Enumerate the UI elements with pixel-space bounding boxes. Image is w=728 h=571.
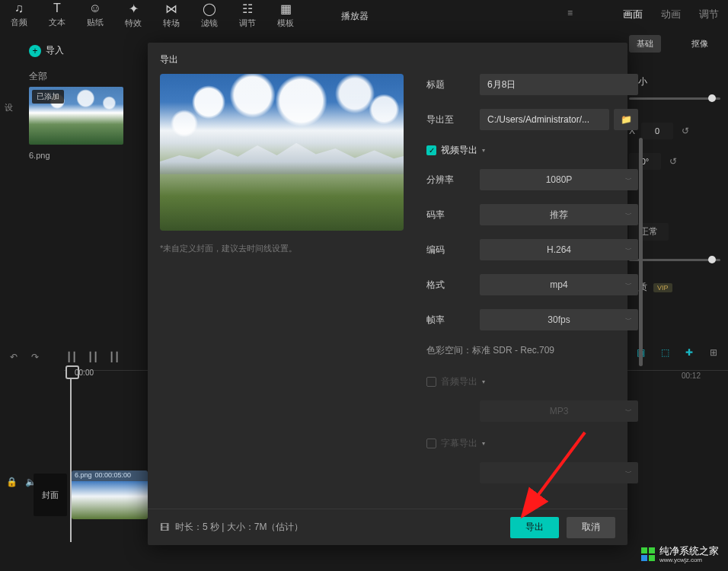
export-button[interactable]: 导出 xyxy=(510,517,559,538)
cancel-button[interactable]: 取消 xyxy=(567,517,615,538)
chevron-down-icon: ﹀ xyxy=(625,245,632,255)
toolbar-transition[interactable]: ⋈转场 xyxy=(152,2,190,27)
clip-thumbnail xyxy=(72,481,148,519)
browse-folder-button[interactable]: 📁 xyxy=(614,109,638,130)
video-clip[interactable]: 6.png 00:00:05:00 xyxy=(72,471,148,519)
codec-select[interactable]: H.264﹀ xyxy=(480,239,638,260)
sticker-icon: ☺ xyxy=(89,2,101,15)
player-header: 播放器 xyxy=(335,6,579,26)
audio-export-section[interactable]: ✓ 音频导出 ▾ xyxy=(426,375,638,388)
export-dialog: 导出 *未自定义封面，建议去时间线设置。 标题 导出至 📁 ✓ xyxy=(148,43,627,545)
chevron-down-icon: ﹀ xyxy=(625,175,632,185)
redo-icon[interactable]: ↷ xyxy=(27,352,43,362)
media-item[interactable]: 已添加 6.png xyxy=(29,87,123,160)
tool-icon[interactable]: ⬚ xyxy=(656,347,673,358)
toolbar-effects[interactable]: ✦特效 xyxy=(114,2,152,27)
library-filter-all[interactable]: 全部 xyxy=(29,70,47,83)
watermark: 纯净系统之家 www.ycwjz.com xyxy=(641,544,719,563)
checkbox-icon: ✓ xyxy=(426,377,436,387)
player-menu-icon[interactable]: ≡ xyxy=(567,8,573,18)
text-icon: T xyxy=(53,2,61,15)
side-tab-settings[interactable]: 设 xyxy=(5,102,13,113)
chevron-down-icon: ﹀ xyxy=(625,210,632,220)
split3-icon[interactable]: ┃┃ xyxy=(107,352,122,362)
vip-badge: VIP xyxy=(653,283,672,292)
undo-icon[interactable]: ↶ xyxy=(6,352,21,362)
subtab-basic[interactable]: 基础 xyxy=(629,35,661,53)
import-button[interactable]: + 导入 xyxy=(29,44,64,57)
format-select[interactable]: mp4﹀ xyxy=(480,274,638,295)
reset-icon[interactable]: ↺ xyxy=(667,156,679,167)
chevron-down-icon: ▾ xyxy=(482,147,485,154)
folder-icon: 📁 xyxy=(621,114,632,125)
scrollbar[interactable] xyxy=(639,138,643,366)
bitrate-label: 码率 xyxy=(426,209,480,222)
lock-icon[interactable]: 🔒 xyxy=(6,477,18,487)
subtab-cutout[interactable]: 抠像 xyxy=(684,35,716,53)
chevron-down-icon: ▾ xyxy=(482,378,485,385)
opacity-slider[interactable] xyxy=(629,259,720,261)
audio-export-label: 音频导出 xyxy=(441,375,477,388)
chevron-down-icon: ﹀ xyxy=(625,315,632,325)
video-export-section[interactable]: ✓ 视频导出 ▾ xyxy=(426,144,638,157)
clip-header: 6.png 00:00:05:00 xyxy=(72,471,148,481)
filter-icon: ◯ xyxy=(203,2,216,16)
resolution-select[interactable]: 1080P﹀ xyxy=(480,169,638,190)
cover-cell[interactable]: 封面 xyxy=(34,474,67,516)
track-controls: 🔒 🔈 xyxy=(6,477,37,487)
format-label: 格式 xyxy=(426,279,480,292)
sliders-icon: ☷ xyxy=(242,2,253,16)
subtitle-export-section[interactable]: ✓ 字幕导出 ▾ xyxy=(426,437,638,450)
reset-icon[interactable]: ↺ xyxy=(679,126,691,136)
video-export-label: 视频导出 xyxy=(441,144,477,157)
size-slider[interactable] xyxy=(629,97,720,100)
export-preview xyxy=(160,74,404,231)
toolbar-sticker[interactable]: ☺贴纸 xyxy=(76,2,114,27)
watermark-url: www.ycwjz.com xyxy=(659,557,719,563)
toolbar-adjust[interactable]: ☷调节 xyxy=(228,2,267,27)
film-icon: 🎞 xyxy=(160,522,169,533)
bitrate-select[interactable]: 推荐﹀ xyxy=(480,204,638,225)
toolbar-template[interactable]: ▦模板 xyxy=(267,2,305,27)
export-info: 时长：5 秒 | 大小：7M（估计） xyxy=(175,521,303,534)
player-title: 播放器 xyxy=(341,10,369,23)
modal-footer: 🎞 时长：5 秒 | 大小：7M（估计） 导出 取消 xyxy=(148,509,627,545)
ruler-time-mark: 00:12 xyxy=(682,372,701,380)
chevron-down-icon: ﹀ xyxy=(625,280,632,290)
timeline-tools-right: ▣ ⬚ ✚ ⊞ xyxy=(632,347,722,358)
tool-icon[interactable]: ✚ xyxy=(681,347,698,358)
title-input[interactable] xyxy=(480,74,638,95)
checkbox-icon: ✓ xyxy=(426,439,436,448)
tab-adjust[interactable]: 调节 xyxy=(698,5,720,24)
x-value[interactable]: 0 xyxy=(641,123,673,139)
color-space-info: 色彩空间：标准 SDR - Rec.709 xyxy=(426,344,638,357)
tool-icon[interactable]: ⊞ xyxy=(705,347,722,358)
audio-format-select: MP3﹀ xyxy=(480,400,638,422)
template-icon: ▦ xyxy=(280,2,292,16)
toolbar-text[interactable]: T文本 xyxy=(38,2,76,27)
export-path-input[interactable] xyxy=(480,109,609,130)
cover-hint: *未自定义封面，建议去时间线设置。 xyxy=(160,243,404,254)
subtitle-format-select: ﹀ xyxy=(480,462,638,483)
resolution-label: 分辨率 xyxy=(426,174,480,187)
watermark-icon xyxy=(641,547,655,561)
watermark-text: 纯净系统之家 xyxy=(659,545,719,557)
import-label: 导入 xyxy=(46,44,64,57)
codec-label: 编码 xyxy=(426,244,480,257)
playhead-time: 00:00 xyxy=(75,368,94,377)
split2-icon[interactable]: ┃┃ xyxy=(85,352,101,362)
checkbox-icon: ✓ xyxy=(426,145,436,155)
tab-animation[interactable]: 动画 xyxy=(659,5,682,24)
tab-picture[interactable]: 画面 xyxy=(621,5,644,24)
toolbar-audio[interactable]: ♫音频 xyxy=(0,2,38,27)
clip-name: 6.png xyxy=(75,471,92,480)
subtitle-export-label: 字幕导出 xyxy=(441,437,477,450)
toolbar-filter[interactable]: ◯滤镜 xyxy=(190,2,228,27)
clip-duration: 00:00:05:00 xyxy=(95,471,132,480)
size-label: 大小 xyxy=(629,75,720,88)
chevron-down-icon: ﹀ xyxy=(625,468,632,478)
split-icon[interactable]: ┃┃ xyxy=(64,352,79,362)
title-label: 标题 xyxy=(426,78,480,91)
fps-select[interactable]: 30fps﹀ xyxy=(480,309,638,330)
transition-icon: ⋈ xyxy=(165,2,177,16)
